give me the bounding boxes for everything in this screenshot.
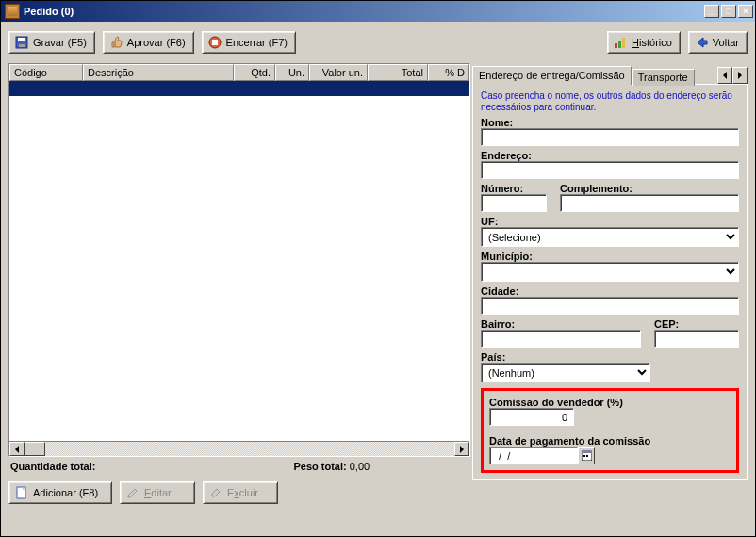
horizontal-scrollbar[interactable]	[9, 441, 469, 456]
selected-row[interactable]	[9, 81, 469, 96]
qtd-total-label: Quantidade total:	[10, 461, 95, 472]
tab-scroll-right[interactable]	[732, 67, 748, 84]
input-data-pagamento[interactable]	[489, 447, 578, 464]
input-numero[interactable]	[481, 194, 547, 212]
label-pais: País:	[481, 351, 739, 363]
scroll-right-button[interactable]	[454, 442, 469, 456]
input-comissao[interactable]	[489, 408, 574, 426]
svg-rect-1	[18, 38, 25, 41]
label-complemento: Complemento:	[560, 183, 739, 194]
col-total[interactable]: Total	[368, 64, 428, 81]
svg-rect-12	[586, 455, 588, 457]
svg-rect-11	[583, 455, 585, 457]
svg-rect-5	[615, 43, 617, 48]
label-municipio: Município:	[481, 251, 739, 262]
aprovar-button[interactable]: Aprovar (F6)	[103, 31, 194, 54]
col-pct-d[interactable]: % D	[428, 64, 469, 81]
thumbs-up-icon	[109, 36, 123, 49]
close-button[interactable]: ×	[738, 5, 753, 18]
svg-rect-10	[582, 450, 592, 453]
col-valor-un[interactable]: Valor un.	[309, 64, 368, 81]
calendar-button[interactable]	[578, 447, 595, 464]
scroll-left-button[interactable]	[9, 442, 25, 456]
label-endereco: Endereço:	[481, 150, 739, 161]
history-icon	[614, 36, 627, 49]
input-complemento[interactable]	[560, 194, 739, 212]
add-page-icon	[15, 486, 28, 499]
form-hint: Caso preencha o nome, os outros dados do…	[481, 90, 739, 113]
svg-rect-2	[19, 44, 25, 47]
minimize-button[interactable]: _	[704, 5, 719, 18]
gravar-button[interactable]: Gravar (F5)	[8, 31, 95, 54]
comissao-highlight: Comissão do vendedor (%) Data de pagamen…	[481, 388, 739, 473]
aprovar-label: Aprovar (F6)	[127, 37, 186, 48]
svg-rect-6	[618, 41, 621, 48]
input-cidade[interactable]	[481, 297, 739, 315]
save-icon	[15, 36, 28, 49]
svg-rect-7	[622, 38, 625, 48]
grid-body[interactable]	[9, 81, 469, 441]
label-data-pagamento: Data de pagamento da comissão	[489, 435, 731, 447]
editar-label: Editar	[144, 487, 172, 498]
label-nome: Nome:	[481, 117, 739, 128]
back-arrow-icon	[695, 36, 708, 49]
adicionar-label: Adicionar (F8)	[33, 487, 98, 498]
label-comissao: Comissão do vendedor (%)	[489, 397, 731, 408]
totals-row: Quantidade total: Peso total: 0,00	[8, 457, 470, 480]
select-municipio[interactable]	[481, 262, 739, 282]
grid-header: Código Descrição Qtd. Un. Valor un. Tota…	[9, 64, 469, 81]
peso-total-label: Peso total:	[293, 461, 346, 472]
input-cep[interactable]	[654, 330, 739, 348]
tab-scroll-left[interactable]	[717, 67, 732, 84]
stop-icon	[208, 36, 222, 49]
adicionar-button[interactable]: Adicionar (F8)	[8, 481, 112, 504]
label-numero: Número:	[481, 183, 547, 194]
tab-strip: Endereço de entrega/Comissão Transporte	[472, 63, 748, 84]
scroll-thumb[interactable]	[25, 442, 45, 456]
encerrar-button[interactable]: Encerrar (F7)	[202, 31, 296, 54]
input-nome[interactable]	[481, 128, 739, 146]
label-bairro: Bairro:	[481, 318, 641, 330]
label-cidade: Cidade:	[481, 285, 739, 297]
col-descricao[interactable]: Descrição	[83, 64, 234, 81]
scroll-track[interactable]	[25, 442, 454, 456]
svg-rect-4	[212, 40, 218, 45]
peso-total-value: 0,00	[350, 461, 370, 472]
main-toolbar: Gravar (F5) Aprovar (F6) Encerrar (F7) H…	[1, 22, 755, 63]
titlebar: Pedido (0) _ □ ×	[1, 1, 755, 22]
gravar-label: Gravar (F5)	[33, 37, 87, 48]
col-qtd[interactable]: Qtd.	[234, 64, 275, 81]
maximize-button[interactable]: □	[721, 5, 736, 18]
voltar-label: Voltar	[713, 37, 739, 48]
eraser-icon	[209, 486, 222, 499]
col-codigo[interactable]: Código	[9, 64, 83, 81]
voltar-button[interactable]: Voltar	[688, 31, 748, 54]
excluir-button[interactable]: Excluir	[203, 481, 278, 504]
excluir-label: Excluir	[227, 487, 258, 498]
col-un[interactable]: Un.	[275, 64, 309, 81]
app-icon	[5, 4, 20, 19]
encerrar-label: Encerrar (F7)	[226, 37, 288, 48]
grid-actions: Adicionar (F8) Editar Excluir	[8, 480, 470, 504]
window-controls: _ □ ×	[704, 5, 753, 18]
calendar-icon	[582, 450, 592, 461]
select-pais[interactable]: (Nenhum)	[481, 363, 650, 382]
select-uf[interactable]: (Selecione)	[481, 227, 739, 247]
historico-button[interactable]: Histórico	[607, 31, 681, 54]
historico-label: Histórico	[632, 37, 672, 48]
form-panel: Caso preencha o nome, os outros dados do…	[472, 84, 748, 480]
label-cep: CEP:	[654, 318, 739, 330]
input-endereco[interactable]	[481, 161, 739, 179]
edit-icon	[126, 486, 140, 499]
items-grid: Código Descrição Qtd. Un. Valor un. Tota…	[8, 63, 470, 457]
label-uf: UF:	[481, 216, 739, 227]
window-title: Pedido (0)	[24, 6, 74, 17]
input-bairro[interactable]	[481, 330, 641, 348]
editar-button[interactable]: Editar	[120, 481, 195, 504]
tab-transporte[interactable]: Transporte	[632, 69, 695, 86]
tab-entrega[interactable]: Endereço de entrega/Comissão	[472, 66, 632, 85]
